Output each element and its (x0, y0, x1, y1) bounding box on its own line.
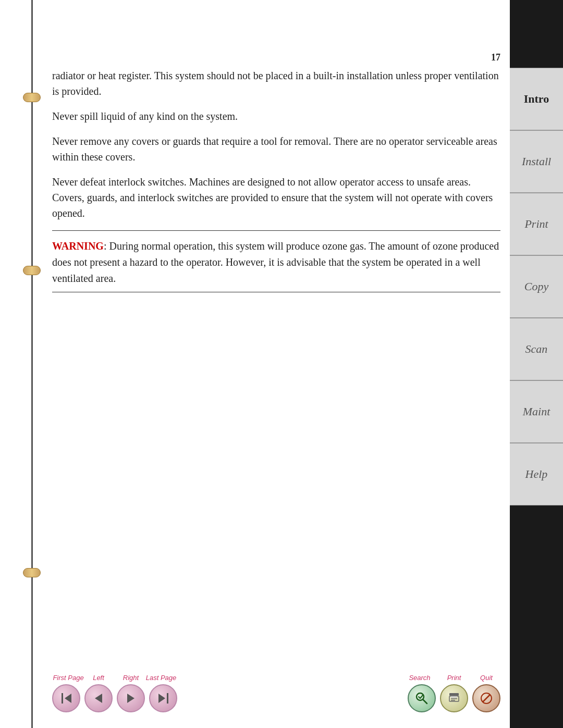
search-icon (414, 691, 429, 706)
sidebar-bottom-decoration (510, 505, 563, 728)
label-print: Print (440, 673, 468, 682)
binder-ring-2 (23, 266, 41, 275)
paragraph-3: Never remove any covers or guards that r… (52, 133, 500, 165)
label-search: Search (403, 673, 436, 682)
label-last-page: Last Page (145, 673, 177, 682)
sidebar-item-install[interactable]: Install (510, 130, 563, 193)
quit-button[interactable] (472, 684, 500, 712)
label-first-page: First Page (52, 673, 84, 682)
label-right: Right (117, 673, 145, 682)
left-button[interactable] (84, 684, 113, 712)
label-quit: Quit (472, 673, 500, 682)
svg-rect-6 (451, 696, 457, 698)
divider-bottom (52, 292, 500, 292)
search-button[interactable] (408, 684, 436, 712)
label-left: Left (84, 673, 113, 682)
nav-labels-row: First Page Left Right Last Page Search P… (52, 673, 500, 682)
nav-buttons-row (52, 684, 500, 712)
divider-top (52, 230, 500, 231)
sidebar-item-copy[interactable]: Copy (510, 255, 563, 318)
binder-ring-1 (23, 93, 41, 102)
warning-text: : During normal operation, this system w… (52, 240, 499, 284)
print-button[interactable] (440, 684, 468, 712)
binder-spine (31, 0, 33, 728)
sidebar-item-scan[interactable]: Scan (510, 318, 563, 380)
sidebar-item-print[interactable]: Print (510, 193, 563, 255)
quit-icon (479, 691, 494, 706)
right-button[interactable] (117, 684, 145, 712)
paragraph-1: radiator or heat register. This system s… (52, 68, 500, 99)
paragraph-4: Never defeat interlock switches. Machine… (52, 174, 500, 221)
sidebar-top-decoration (510, 0, 563, 68)
svg-rect-2 (449, 693, 459, 696)
svg-rect-5 (451, 700, 455, 701)
main-content: radiator or heat register. This system s… (52, 68, 500, 608)
binder-ring-3 (23, 568, 41, 577)
sidebar: Intro Install Print Copy Scan Maint Help (510, 0, 563, 728)
svg-rect-4 (451, 698, 457, 699)
nav-bar: First Page Left Right Last Page Search P… (52, 673, 500, 712)
paragraph-2: Never spill liquid of any kind on the sy… (52, 108, 500, 124)
last-page-button[interactable] (149, 684, 177, 712)
sidebar-item-help[interactable]: Help (510, 443, 563, 505)
page-number: 17 (491, 52, 500, 63)
warning-block: WARNING: During normal operation, this s… (52, 238, 500, 287)
warning-label: WARNING (52, 240, 104, 252)
svg-line-8 (483, 695, 489, 701)
print-icon (447, 691, 461, 706)
first-page-button[interactable] (52, 684, 80, 712)
sidebar-item-maint[interactable]: Maint (510, 380, 563, 443)
sidebar-item-intro[interactable]: Intro (510, 68, 563, 130)
svg-line-1 (423, 700, 427, 704)
